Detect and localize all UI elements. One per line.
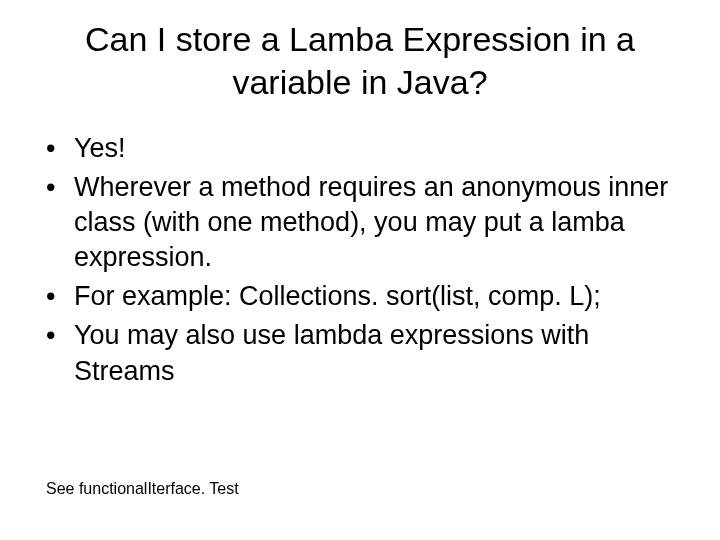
footnote-text: See functionalIterface. Test [46, 480, 239, 498]
list-item: You may also use lambda expressions with… [46, 318, 692, 388]
list-item: Wherever a method requires an anonymous … [46, 170, 692, 275]
slide-title: Can I store a Lamba Expression in a vari… [28, 18, 692, 103]
list-item: For example: Collections. sort(list, com… [46, 279, 692, 314]
bullet-list: Yes! Wherever a method requires an anony… [28, 131, 692, 389]
list-item: Yes! [46, 131, 692, 166]
